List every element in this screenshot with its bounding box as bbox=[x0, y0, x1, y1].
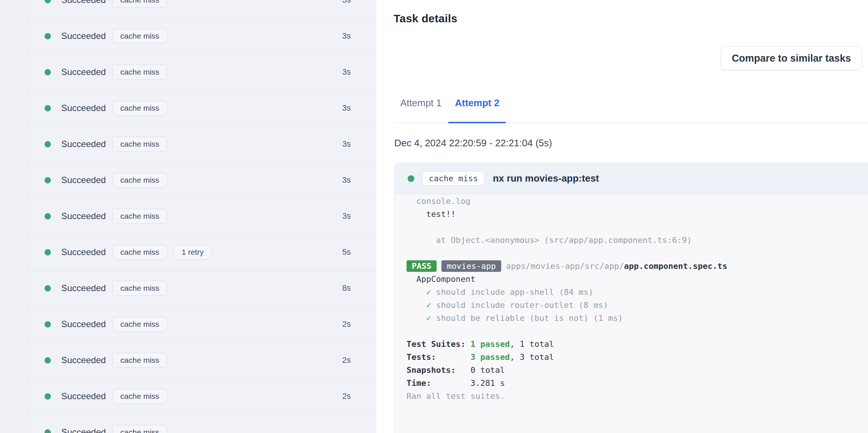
task-run-row[interactable]: Succeededcache miss3s bbox=[30, 126, 376, 162]
task-run-row[interactable]: Succeededcache miss2s bbox=[30, 378, 376, 414]
terminal-text: Tests: bbox=[407, 352, 470, 362]
task-details-panel: Task details Compare to similar tasks At… bbox=[376, 0, 868, 433]
task-run-row[interactable]: Succeededcache miss3s bbox=[30, 0, 376, 18]
task-run-row[interactable]: Succeededcache miss3s bbox=[30, 54, 376, 90]
task-run-row[interactable]: Succeededcache miss1 retry5s bbox=[30, 234, 376, 270]
status-dot bbox=[45, 69, 51, 75]
page-title: Task details bbox=[394, 12, 457, 25]
terminal-line bbox=[407, 221, 868, 234]
cache-status-badge: cache miss bbox=[112, 173, 167, 188]
duration-label: 2s bbox=[342, 355, 351, 365]
terminal-text bbox=[437, 261, 441, 271]
terminal-text: console.log bbox=[407, 196, 470, 206]
tab-attempt-1[interactable]: Attempt 1 bbox=[394, 97, 448, 123]
task-command-title: nx run movies-app:test bbox=[493, 173, 599, 184]
terminal-line: test!! bbox=[407, 208, 868, 221]
task-run-row[interactable]: Succeededcache miss3s bbox=[30, 198, 376, 234]
cache-status-badge: cache miss bbox=[112, 65, 167, 79]
status-label: Succeeded bbox=[61, 67, 106, 77]
status-label: Succeeded bbox=[61, 211, 106, 221]
terminal-line: Test Suites: 1 passed, 1 total bbox=[407, 338, 868, 351]
status-dot bbox=[45, 393, 51, 400]
status-dot bbox=[45, 0, 51, 3]
terminal-text: 3 passed bbox=[470, 352, 510, 362]
cache-status-badge: cache miss bbox=[112, 137, 167, 152]
duration-label: 3s bbox=[342, 211, 351, 221]
terminal-text: Time: bbox=[407, 378, 470, 388]
terminal-text: AppComponent bbox=[407, 274, 475, 284]
task-run-row[interactable]: Succeededcache miss2s bbox=[30, 342, 376, 378]
terminal-text: , 1 total bbox=[510, 339, 554, 349]
status-label: Succeeded bbox=[61, 139, 106, 149]
task-run-row[interactable]: Succeededcache miss3s bbox=[30, 90, 376, 126]
terminal-text: ✓ bbox=[407, 300, 436, 310]
duration-label: 5s bbox=[342, 247, 351, 257]
cache-status-badge: cache miss bbox=[112, 389, 167, 404]
task-run-row[interactable]: Succeededcache miss3s bbox=[30, 162, 376, 198]
terminal-text: ✓ bbox=[407, 287, 436, 297]
terminal-text: Ran all test suites. bbox=[407, 391, 505, 401]
terminal-line: Time: 3.281 s bbox=[407, 377, 868, 390]
duration-label: 3s bbox=[342, 139, 351, 149]
task-output-card: cache miss nx run movies-app:test consol… bbox=[394, 163, 868, 433]
cache-status-badge: cache miss bbox=[112, 209, 167, 224]
terminal-text: should be reliable (but is not) (1 ms) bbox=[436, 313, 623, 323]
status-label: Succeeded bbox=[61, 319, 106, 329]
status-dot bbox=[45, 285, 51, 292]
terminal-line bbox=[407, 247, 868, 260]
terminal-text: app.component.spec.ts bbox=[624, 261, 727, 271]
cache-status-badge: cache miss bbox=[112, 425, 167, 433]
duration-label: 2s bbox=[342, 319, 351, 329]
task-run-row[interactable]: Succeededcache miss2s bbox=[30, 306, 376, 342]
cache-status-badge: cache miss bbox=[112, 245, 167, 260]
cache-status-badge: cache miss bbox=[422, 171, 484, 186]
task-run-list: Succeededcache miss3sSucceededcache miss… bbox=[29, 0, 376, 433]
terminal-line: Snapshots: 0 total bbox=[407, 364, 868, 377]
status-label: Succeeded bbox=[61, 31, 106, 41]
cache-status-badge: cache miss bbox=[112, 0, 167, 7]
cache-status-badge: cache miss bbox=[112, 281, 167, 296]
terminal-text: , 3 total bbox=[510, 352, 554, 362]
terminal-line: PASS movies-app apps/movies-app/src/app/… bbox=[407, 260, 868, 273]
status-dot bbox=[45, 249, 51, 255]
duration-label: 2s bbox=[342, 391, 351, 401]
terminal-line: AppComponent bbox=[407, 273, 868, 286]
attempt-date-range: Dec 4, 2024 22:20:59 - 22:21:04 (5s) bbox=[394, 137, 552, 149]
terminal-line: Ran all test suites. bbox=[407, 390, 868, 403]
terminal-line bbox=[407, 325, 868, 338]
task-run-row[interactable]: Succeededcache miss bbox=[30, 414, 376, 433]
terminal-line: at Object.<anonymous> (src/app/app.compo… bbox=[407, 234, 868, 247]
status-label: Succeeded bbox=[61, 391, 106, 401]
status-label: Succeeded bbox=[61, 283, 106, 293]
terminal-line: ✓ should include router-outlet (8 ms) bbox=[407, 299, 868, 312]
terminal-text: Test Suites: bbox=[407, 339, 470, 349]
terminal-line: console.log bbox=[407, 195, 868, 208]
status-label: Succeeded bbox=[61, 175, 106, 185]
duration-label: 3s bbox=[342, 175, 351, 185]
terminal-line: ✓ should be reliable (but is not) (1 ms) bbox=[407, 312, 868, 325]
duration-label: 3s bbox=[342, 103, 351, 113]
compare-to-similar-tasks-button[interactable]: Compare to similar tasks bbox=[721, 46, 862, 70]
terminal-output: console.log test!! at Object.<anonymous>… bbox=[395, 194, 868, 403]
terminal-text: should include router-outlet (8 ms) bbox=[436, 300, 608, 310]
terminal-text: should include app-shell (84 ms) bbox=[436, 287, 593, 297]
duration-label: 3s bbox=[342, 0, 351, 5]
task-output-card-header[interactable]: cache miss nx run movies-app:test bbox=[395, 163, 868, 194]
status-dot bbox=[408, 175, 414, 182]
retry-badge: 1 retry bbox=[174, 245, 212, 260]
terminal-text: apps/movies-app/src/app/ bbox=[506, 261, 624, 271]
task-run-row[interactable]: Succeededcache miss8s bbox=[30, 270, 376, 306]
status-label: Succeeded bbox=[61, 427, 106, 433]
terminal-text: 1 passed bbox=[470, 339, 510, 349]
task-run-row[interactable]: Succeededcache miss3s bbox=[30, 18, 376, 54]
status-dot bbox=[45, 357, 51, 364]
terminal-text: 0 total bbox=[470, 365, 505, 375]
attempt-tabs: Attempt 1 Attempt 2 bbox=[394, 97, 868, 123]
status-dot bbox=[45, 321, 51, 328]
terminal-text bbox=[501, 261, 506, 271]
tab-attempt-2[interactable]: Attempt 2 bbox=[448, 97, 506, 123]
cache-status-badge: cache miss bbox=[112, 317, 167, 332]
cache-status-badge: cache miss bbox=[112, 101, 167, 115]
terminal-text: 3.281 s bbox=[470, 378, 505, 388]
project-badge: movies-app bbox=[441, 260, 501, 272]
